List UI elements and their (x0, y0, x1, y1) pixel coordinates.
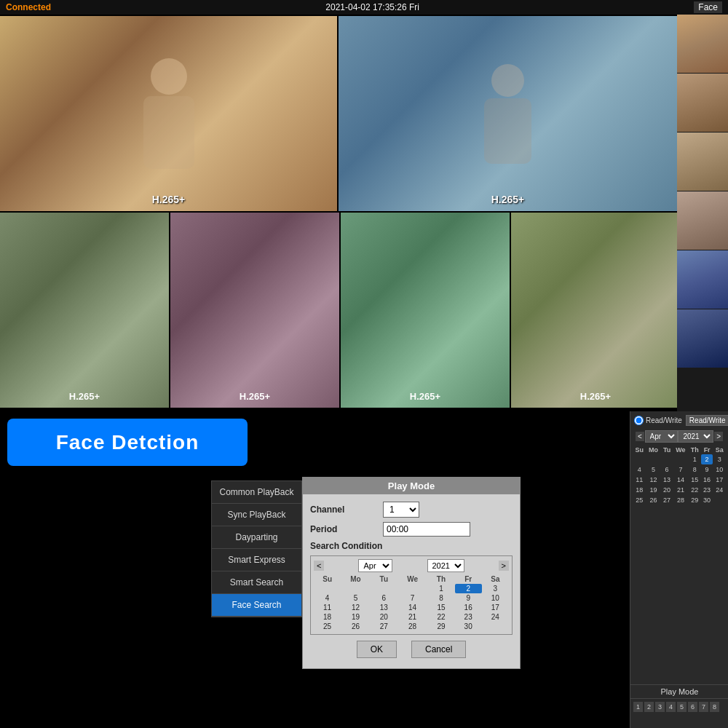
cal-day[interactable]: 15 (688, 475, 701, 485)
cal-day[interactable]: 23 (701, 485, 713, 495)
cal-day[interactable]: 3 (482, 584, 509, 593)
cal-day[interactable]: 17 (713, 475, 726, 485)
cal-day[interactable]: 5 (646, 464, 660, 475)
pm-btn-8[interactable]: 8 (710, 702, 719, 712)
cal-day[interactable]: 4 (314, 593, 341, 603)
video-cell-5[interactable]: H.265+ (341, 213, 510, 408)
cal-day[interactable]: 16 (701, 475, 713, 485)
cal-day[interactable]: 11 (633, 475, 646, 485)
cal-day[interactable]: 17 (482, 603, 509, 612)
rc-next-btn[interactable]: > (714, 432, 723, 441)
pm-btn-5[interactable]: 5 (677, 702, 687, 712)
menu-item-face-search[interactable]: Face Search (212, 594, 301, 617)
cal-day[interactable]: 18 (314, 612, 341, 622)
cal-day[interactable]: 12 (646, 475, 660, 485)
cal-day[interactable]: 28 (673, 495, 688, 505)
cal-day[interactable]: 26 (341, 622, 370, 631)
pm-btn-2[interactable]: 2 (644, 702, 654, 712)
cal-day[interactable]: 14 (397, 603, 427, 612)
menu-item-dayparting[interactable]: Dayparting (212, 526, 301, 549)
face-thumb-6[interactable] (677, 309, 728, 368)
cal-day[interactable]: 26 (646, 495, 660, 505)
cal-day[interactable]: 2 (701, 454, 713, 464)
cal-day[interactable]: 19 (646, 485, 660, 495)
cal-day[interactable]: 27 (661, 495, 673, 505)
cal-day[interactable]: 29 (427, 622, 454, 631)
face-thumb-4[interactable] (677, 191, 728, 250)
face-thumb-1[interactable] (677, 15, 728, 73)
cal-day[interactable]: 13 (371, 603, 397, 612)
rc-prev-btn[interactable]: < (636, 432, 644, 441)
cal-day[interactable]: 21 (673, 485, 688, 495)
pm-btn-1[interactable]: 1 (633, 702, 643, 712)
cal-day[interactable]: 12 (341, 603, 370, 612)
cal-day[interactable]: 25 (314, 622, 341, 631)
channel-select[interactable]: 1234 (383, 502, 419, 518)
face-thumb-2[interactable] (677, 74, 728, 132)
menu-item-sync-playback[interactable]: Sync PlayBack (212, 504, 301, 526)
cal-day[interactable]: 30 (701, 495, 713, 505)
rc-year-select[interactable]: 202120202022 (678, 430, 713, 443)
video-cell-6[interactable]: H.265+ (511, 213, 680, 408)
cal-day[interactable]: 4 (633, 464, 646, 475)
cal-day[interactable]: 6 (371, 593, 397, 603)
cal-day[interactable]: 10 (713, 464, 726, 475)
cal-day[interactable]: 20 (371, 612, 397, 622)
video-cell-3[interactable]: H.265+ (0, 213, 169, 408)
cal-day[interactable]: 22 (427, 612, 454, 622)
cal-day[interactable]: 23 (455, 612, 482, 622)
cal-day[interactable]: 7 (673, 464, 688, 475)
face-thumb-3[interactable] (677, 132, 728, 191)
pm-btn-3[interactable]: 3 (655, 702, 665, 712)
cal-day[interactable]: 18 (633, 485, 646, 495)
video-cell-2[interactable]: H.265+ (339, 16, 677, 211)
cal-day[interactable]: 25 (633, 495, 646, 505)
cal-day[interactable]: 27 (371, 622, 397, 631)
cal-day[interactable]: 8 (688, 464, 701, 475)
cal-day[interactable]: 10 (482, 593, 509, 603)
cal-day[interactable]: 6 (661, 464, 673, 475)
cal-day[interactable]: 21 (397, 612, 427, 622)
cal-day[interactable]: 1 (688, 454, 701, 464)
cancel-button[interactable]: Cancel (411, 641, 466, 658)
period-input[interactable] (383, 522, 470, 537)
cal-day[interactable]: 1 (427, 584, 454, 593)
read-write-radio[interactable] (634, 416, 644, 425)
rc-month-select[interactable]: Apr JanFebMar MayJun (645, 430, 678, 443)
dialog-cal-month-select[interactable]: Apr JanFebMar MayJunJul AugSepOct NovDec (358, 559, 392, 572)
cal-day[interactable]: 16 (455, 603, 482, 612)
cal-day[interactable]: 24 (482, 612, 509, 622)
cal-day[interactable]: 2 (455, 584, 482, 593)
cal-day[interactable]: 8 (427, 593, 454, 603)
video-cell-4[interactable]: H.265+ (170, 213, 339, 408)
cal-day[interactable]: 9 (455, 593, 482, 603)
cal-day[interactable]: 7 (397, 593, 427, 603)
pm-btn-6[interactable]: 6 (688, 702, 697, 712)
cal-day[interactable]: 28 (397, 622, 427, 631)
cal-day[interactable]: 19 (341, 612, 370, 622)
cal-day[interactable]: 29 (688, 495, 701, 505)
video-cell-1[interactable]: H.265+ (0, 16, 337, 211)
menu-item-smart-express[interactable]: Smart Express (212, 549, 301, 571)
pm-btn-7[interactable]: 7 (699, 702, 708, 712)
cal-day[interactable]: 13 (661, 475, 673, 485)
ok-button[interactable]: OK (357, 641, 397, 658)
cal-day[interactable]: 14 (673, 475, 688, 485)
rc-mode-select[interactable]: Read/Write Read Only (686, 415, 728, 426)
cal-day[interactable]: 15 (427, 603, 454, 612)
cal-day[interactable]: 3 (713, 454, 726, 464)
cal-day[interactable]: 11 (314, 603, 341, 612)
cal-day[interactable]: 20 (661, 485, 673, 495)
face-thumb-5[interactable] (677, 250, 728, 309)
cal-day[interactable]: 9 (701, 464, 713, 475)
menu-item-common-playback[interactable]: Common PlayBack (212, 481, 301, 504)
dialog-cal-next-btn[interactable]: > (499, 561, 509, 571)
pm-btn-4[interactable]: 4 (666, 702, 676, 712)
cal-day[interactable]: 30 (455, 622, 482, 631)
cal-day[interactable]: 22 (688, 485, 701, 495)
dialog-cal-prev-btn[interactable]: < (314, 561, 324, 571)
menu-item-smart-search[interactable]: Smart Search (212, 571, 301, 594)
cal-day[interactable]: 5 (341, 593, 370, 603)
dialog-cal-year-select[interactable]: 202120202022 (427, 559, 464, 572)
cal-day[interactable]: 24 (713, 485, 726, 495)
